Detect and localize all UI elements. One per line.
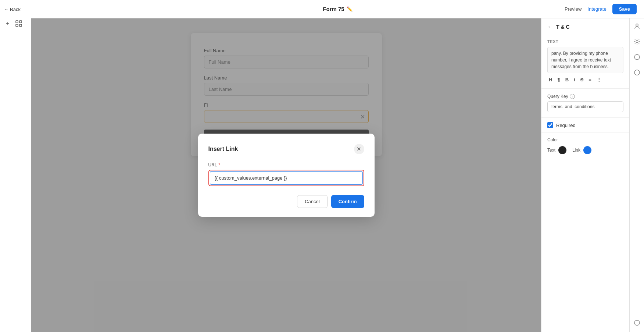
color-section-title: Color [547, 137, 623, 142]
right-sidebar: ← T & C Text pany. By providing my phone… [541, 18, 629, 332]
color-section: Color Text Link [541, 133, 629, 159]
modal-header: Insert Link ✕ [208, 144, 364, 154]
text-section: Text pany. By providing my phone number,… [541, 34, 629, 89]
svg-point-4 [636, 24, 638, 26]
modal-overlay: Insert Link ✕ URL * Cancel Confirm [31, 18, 541, 332]
header-actions: Preview Integrate Save [565, 4, 637, 14]
modal-title: Insert Link [208, 146, 238, 152]
toolbar-row: + [0, 17, 31, 30]
circle-icon-2[interactable] [634, 69, 640, 77]
query-key-label: Query Key i [547, 94, 623, 99]
svg-rect-0 [16, 21, 18, 23]
confirm-button[interactable]: Confirm [331, 195, 364, 208]
format-p-button[interactable]: ¶ [556, 76, 561, 83]
url-required-marker: * [219, 162, 221, 167]
url-input-wrapper [208, 170, 364, 186]
link-color-item: Link [572, 146, 591, 154]
svg-point-5 [636, 40, 638, 43]
cancel-button[interactable]: Cancel [297, 195, 327, 208]
formatting-toolbar: H ¶ B I S ≡ ⋮ [547, 76, 623, 83]
back-button[interactable]: ← Back [0, 4, 31, 14]
text-section-label: Text [547, 39, 623, 44]
svg-rect-1 [19, 21, 22, 23]
save-button[interactable]: Save [612, 4, 637, 14]
format-strikethrough-button[interactable]: S [579, 76, 585, 83]
right-sidebar-back-icon[interactable]: ← [547, 24, 553, 30]
svg-point-7 [634, 70, 640, 75]
format-italic-button[interactable]: I [572, 76, 577, 83]
color-row: Text Link [547, 146, 623, 154]
preview-link[interactable]: Preview [565, 6, 582, 12]
integrate-link[interactable]: Integrate [587, 6, 606, 12]
svg-point-6 [634, 54, 640, 60]
required-label: Required [556, 123, 576, 128]
left-sidebar: ← Back + [0, 0, 31, 332]
text-color-label: Text [547, 148, 555, 153]
circle-icon-3 [634, 319, 640, 328]
right-sidebar-header: ← T & C [541, 18, 629, 34]
query-key-input[interactable] [547, 101, 623, 112]
far-right-sidebar [629, 18, 644, 332]
link-color-swatch[interactable] [583, 146, 591, 154]
svg-point-8 [634, 320, 640, 325]
edit-title-icon[interactable]: ✏️ [347, 6, 353, 12]
url-label: URL * [208, 162, 364, 167]
svg-rect-3 [19, 24, 22, 27]
back-label: Back [10, 7, 21, 12]
query-key-section: Query Key i [541, 89, 629, 118]
text-preview[interactable]: pany. By providing my phone number, I ag… [547, 47, 623, 73]
format-h-button[interactable]: H [547, 76, 554, 83]
query-key-info-icon[interactable]: i [570, 94, 575, 99]
link-color-label: Link [572, 148, 580, 153]
header-title: Form 75 ✏️ [323, 6, 352, 12]
svg-rect-2 [16, 24, 18, 27]
right-sidebar-title: T & C [556, 24, 570, 30]
format-more-button[interactable]: ⋮ [595, 76, 603, 83]
required-checkbox[interactable] [547, 122, 553, 128]
required-section: Required [541, 118, 629, 133]
url-input[interactable] [210, 171, 363, 185]
grid-icon[interactable] [15, 20, 23, 28]
text-color-swatch[interactable] [558, 146, 566, 154]
modal-close-button[interactable]: ✕ [354, 144, 364, 154]
top-header: Form 75 ✏️ Preview Integrate Save [31, 0, 644, 18]
back-arrow-icon: ← [4, 7, 8, 12]
user-icon[interactable] [634, 23, 640, 31]
modal-footer: Cancel Confirm [208, 195, 364, 208]
insert-link-modal: Insert Link ✕ URL * Cancel Confirm [198, 134, 375, 217]
format-bold-button[interactable]: B [564, 76, 570, 83]
settings-icon[interactable] [634, 38, 640, 46]
form-title: Form 75 [323, 6, 344, 12]
text-color-item: Text [547, 146, 566, 154]
circle-icon-1[interactable] [634, 54, 640, 62]
format-list-button[interactable]: ≡ [587, 76, 593, 83]
add-icon[interactable]: + [4, 20, 12, 28]
canvas-area: Full Name Last Name Fi ✕ [31, 18, 541, 332]
